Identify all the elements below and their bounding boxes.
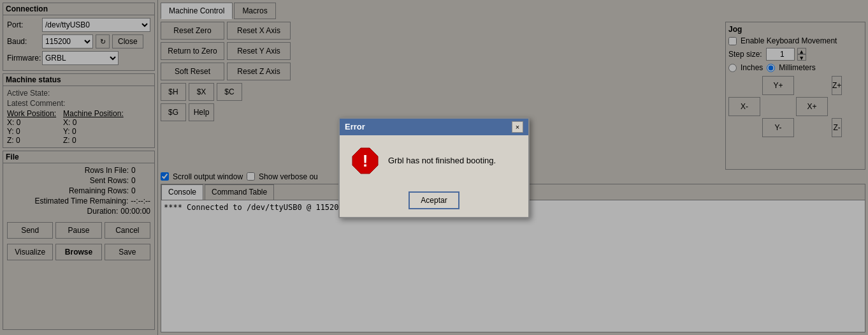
svg-text:!: !: [363, 151, 368, 170]
error-dialog-body: ! Grbl has not finished booting.: [340, 135, 528, 186]
error-icon: !: [350, 145, 380, 176]
error-dialog-footer: Aceptar: [340, 186, 528, 217]
error-dialog-ok-button[interactable]: Aceptar: [409, 191, 459, 209]
modal-overlay: Error × ! Grbl has not finished booting.…: [0, 0, 868, 335]
error-dialog-close-button[interactable]: ×: [512, 121, 523, 133]
error-dialog: Error × ! Grbl has not finished booting.…: [338, 117, 530, 218]
error-dialog-message: Grbl has not finished booting.: [388, 156, 496, 165]
error-dialog-title: Error: [345, 122, 365, 131]
error-dialog-titlebar: Error ×: [340, 119, 528, 135]
